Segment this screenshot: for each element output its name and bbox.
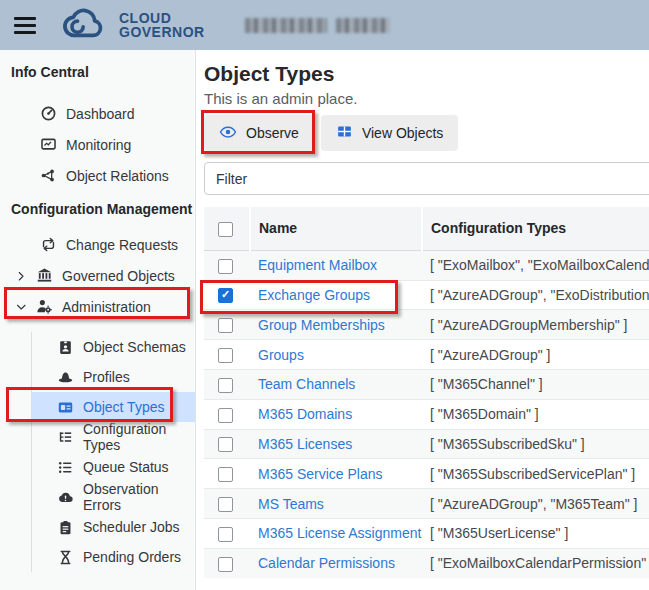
sidebar-item-dashboard[interactable]: Dashboard bbox=[0, 98, 195, 129]
config-types-value: [ "M365Domain" ] bbox=[422, 399, 649, 429]
menu-icon[interactable] bbox=[14, 17, 36, 34]
sidebar-item-monitoring[interactable]: Monitoring bbox=[0, 129, 195, 160]
filter-input[interactable] bbox=[204, 162, 649, 195]
config-types-value: [ "M365Channel" ] bbox=[422, 369, 649, 399]
hourglass-icon bbox=[57, 549, 74, 566]
section-title-info-central: Info Central bbox=[0, 60, 195, 84]
table-row: M365 Licenses [ "M365SubscribedSku" ] bbox=[204, 429, 649, 459]
sidebar-item-observation-errors[interactable]: Observation Errors bbox=[0, 482, 195, 512]
object-type-link[interactable]: M365 Domains bbox=[258, 406, 352, 422]
row-checkbox[interactable] bbox=[218, 437, 233, 452]
top-header-bar: CLOUD GOVERNOR bbox=[0, 0, 649, 50]
chevron-right-icon bbox=[15, 270, 27, 282]
object-type-link[interactable]: M365 Licenses bbox=[258, 436, 352, 452]
view-objects-button[interactable]: View Objects bbox=[321, 115, 458, 151]
config-types-value: [ "AzureADGroupMembership" ] bbox=[422, 310, 649, 340]
eye-icon bbox=[219, 123, 237, 144]
table-row: MS Teams [ "AzureADGroup", "M365Team" ] bbox=[204, 489, 649, 519]
sidebar-item-administration[interactable]: Administration bbox=[0, 291, 195, 322]
sidebar-item-profiles[interactable]: Profiles bbox=[0, 362, 195, 392]
bank-icon bbox=[36, 267, 53, 284]
table-row: Team Channels [ "M365Channel" ] bbox=[204, 369, 649, 399]
sidebar-item-configuration-types[interactable]: Configuration Types bbox=[0, 422, 195, 452]
table-row: M365 Service Plans [ "M365SubscribedServ… bbox=[204, 459, 649, 489]
sidebar-item-scheduler-jobs[interactable]: Scheduler Jobs bbox=[0, 512, 195, 542]
chevron-down-icon bbox=[15, 301, 27, 313]
config-types-value: [ "M365SubscribedServicePlan" ] bbox=[422, 459, 649, 489]
config-types-value: [ "ExoMailbox", "ExoMailboxCalendarConfi bbox=[422, 250, 649, 280]
toolbar: Observe View Objects bbox=[204, 115, 649, 151]
monitor-icon bbox=[40, 136, 57, 153]
table-row: M365 License Assignment [ "M365UserLicen… bbox=[204, 518, 649, 548]
cloud-logo-icon bbox=[58, 7, 110, 43]
table-grid-icon bbox=[336, 123, 353, 143]
object-type-link[interactable]: M365 Service Plans bbox=[258, 466, 383, 482]
table-row: M365 Domains [ "M365Domain" ] bbox=[204, 399, 649, 429]
config-types-value: [ "M365UserLicense" ] bbox=[422, 518, 649, 548]
row-checkbox[interactable] bbox=[218, 348, 233, 363]
object-type-link[interactable]: Team Channels bbox=[258, 376, 355, 392]
observe-button[interactable]: Observe bbox=[204, 115, 314, 151]
table-row: Groups [ "AzureADGroup" ] bbox=[204, 340, 649, 370]
cloud-alert-icon bbox=[57, 489, 74, 506]
row-checkbox[interactable] bbox=[218, 378, 233, 393]
column-header-name: Name bbox=[250, 207, 422, 250]
row-checkbox[interactable] bbox=[218, 408, 233, 423]
sidebar-item-change-requests[interactable]: Change Requests bbox=[0, 229, 195, 260]
swap-arrows-icon bbox=[40, 236, 57, 253]
page-subtitle: This is an admin place. bbox=[204, 89, 649, 108]
id-badge-icon bbox=[57, 339, 74, 356]
object-type-link[interactable]: Groups bbox=[258, 347, 304, 363]
administration-subitems: Object Schemas Profiles Object Types Con… bbox=[0, 332, 195, 572]
config-types-value: [ "AzureADGroup", "M365Team" ] bbox=[422, 489, 649, 519]
row-checkbox[interactable] bbox=[218, 527, 233, 542]
hat-icon bbox=[57, 369, 74, 386]
config-types-value: [ "AzureADGroup", "ExoDistributionList" … bbox=[422, 280, 649, 310]
object-type-link[interactable]: Exchange Groups bbox=[258, 287, 370, 303]
section-title-configuration-management: Configuration Management bbox=[0, 197, 195, 221]
row-checkbox[interactable] bbox=[218, 318, 233, 333]
redacted-page-title bbox=[245, 18, 390, 33]
table-row: Exchange Groups [ "AzureADGroup", "ExoDi… bbox=[204, 280, 649, 310]
object-type-link[interactable]: MS Teams bbox=[258, 496, 324, 512]
sidebar-item-governed-objects[interactable]: Governed Objects bbox=[0, 260, 195, 291]
bullet-list-icon bbox=[57, 459, 74, 476]
speedometer-icon bbox=[40, 105, 57, 122]
sidebar-nav: Info Central Dashboard Monitoring Object… bbox=[0, 50, 196, 590]
brand-name: CLOUD GOVERNOR bbox=[119, 11, 205, 39]
table-row: Group Memberships [ "AzureADGroupMembers… bbox=[204, 310, 649, 340]
object-types-table: Name Configuration Types Equipment Mailb… bbox=[204, 207, 649, 578]
row-checkbox[interactable] bbox=[218, 288, 233, 303]
table-row: Equipment Mailbox [ "ExoMailbox", "ExoMa… bbox=[204, 250, 649, 280]
row-checkbox[interactable] bbox=[218, 557, 233, 572]
sidebar-item-object-schemas[interactable]: Object Schemas bbox=[0, 332, 195, 362]
config-types-value: [ "AzureADGroup" ] bbox=[422, 340, 649, 370]
row-checkbox[interactable] bbox=[218, 259, 233, 274]
object-type-link[interactable]: M365 License Assignment bbox=[258, 525, 421, 541]
row-checkbox[interactable] bbox=[218, 497, 233, 512]
sidebar-item-pending-orders[interactable]: Pending Orders bbox=[0, 542, 195, 572]
card-list-icon bbox=[57, 399, 74, 416]
clipboard-icon bbox=[57, 519, 74, 536]
person-gear-icon bbox=[36, 298, 53, 315]
sidebar-item-object-relations[interactable]: Object Relations bbox=[0, 160, 195, 191]
graph-relations-icon bbox=[40, 167, 57, 184]
object-type-link[interactable]: Calendar Permissions bbox=[258, 555, 395, 571]
object-type-link[interactable]: Equipment Mailbox bbox=[258, 257, 377, 273]
tree-list-icon bbox=[57, 429, 74, 446]
sidebar-item-object-types[interactable]: Object Types bbox=[32, 392, 195, 422]
page-title: Object Types bbox=[204, 62, 649, 86]
config-types-value: [ "M365SubscribedSku" ] bbox=[422, 429, 649, 459]
select-all-checkbox[interactable] bbox=[218, 222, 233, 237]
row-checkbox[interactable] bbox=[218, 467, 233, 482]
main-content: Object Types This is an admin place. Obs… bbox=[197, 50, 649, 590]
object-type-link[interactable]: Group Memberships bbox=[258, 317, 385, 333]
config-types-value: [ "ExoMailboxCalendarPermission" ] bbox=[422, 548, 649, 577]
table-row: Calendar Permissions [ "ExoMailboxCalend… bbox=[204, 548, 649, 577]
column-header-configuration-types: Configuration Types bbox=[422, 207, 649, 250]
table-header-row: Name Configuration Types bbox=[204, 207, 649, 250]
sidebar-item-queue-status[interactable]: Queue Status bbox=[0, 452, 195, 482]
